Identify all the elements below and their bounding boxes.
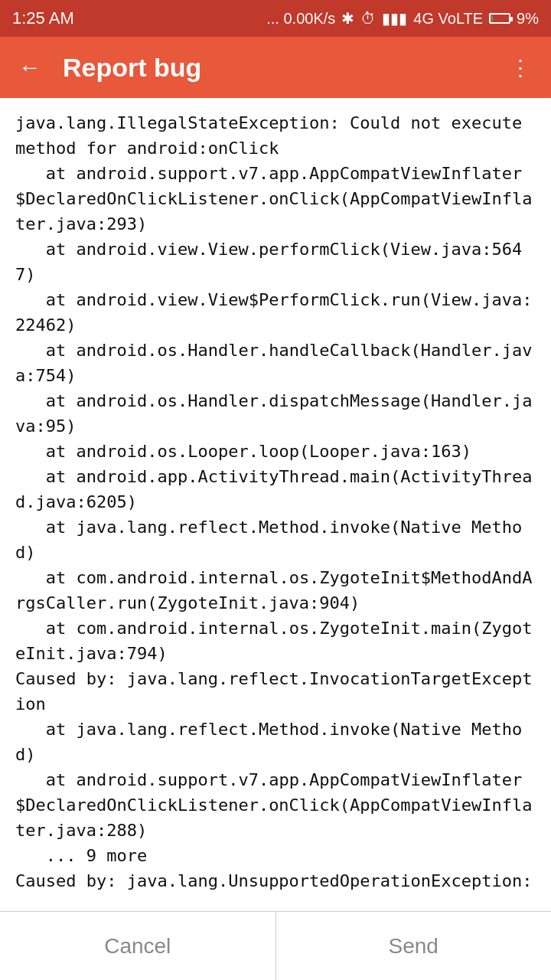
- send-button[interactable]: Send: [276, 912, 552, 980]
- network-speed: ... 0.00K/s: [266, 10, 335, 28]
- battery-icon-container: [489, 10, 510, 28]
- page-title: Report bug: [63, 53, 488, 83]
- cancel-button[interactable]: Cancel: [0, 912, 276, 980]
- status-right: ... 0.00K/s ✱ ⏱ ▮▮▮ 4G VoLTE 9%: [266, 9, 539, 28]
- status-bar: 1:25 AM ... 0.00K/s ✱ ⏱ ▮▮▮ 4G VoLTE 9%: [0, 0, 551, 37]
- network-type: 4G VoLTE: [413, 10, 483, 28]
- bluetooth-icon: ✱: [341, 9, 354, 28]
- bottom-bar: Cancel Send: [0, 911, 551, 980]
- alarm-icon: ⏱: [360, 10, 376, 28]
- status-time: 1:25 AM: [12, 8, 74, 28]
- toolbar: ← Report bug ⋮: [0, 37, 551, 98]
- stack-trace-text: java.lang.IllegalStateException: Could n…: [15, 110, 536, 893]
- signal-icon: ▮▮▮: [382, 9, 407, 28]
- content-area: java.lang.IllegalStateException: Could n…: [0, 98, 551, 911]
- back-button[interactable]: ←: [12, 50, 47, 85]
- battery-percent: 9%: [517, 10, 539, 28]
- status-left: 1:25 AM: [12, 8, 74, 28]
- overflow-menu-button[interactable]: ⋮: [504, 49, 539, 87]
